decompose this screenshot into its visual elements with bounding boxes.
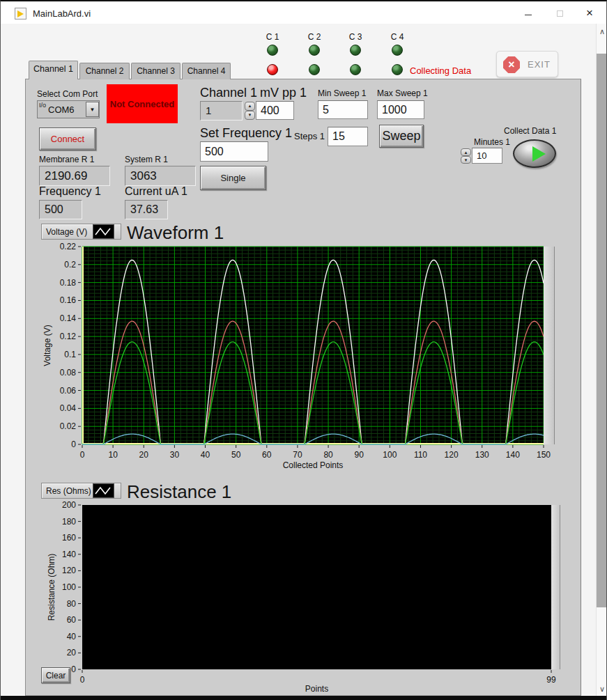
y-tick-label: 0 — [71, 440, 76, 449]
minimize-icon — [525, 15, 532, 15]
x-tick-label: 140 — [506, 450, 520, 460]
stop-sign-icon: × — [503, 56, 520, 73]
mvpp-input[interactable] — [256, 101, 294, 120]
y-tick-label: 200 — [62, 500, 76, 510]
x-tick-label: 90 — [355, 450, 364, 460]
y-tick-label: 0.22 — [60, 242, 77, 251]
close-button[interactable]: × — [578, 4, 601, 22]
play-arrow-icon — [532, 146, 546, 162]
resistance-legend-sample-icon[interactable] — [93, 483, 114, 498]
scrollbar-thumb[interactable] — [597, 54, 607, 607]
x-tick-label: 99 — [546, 675, 556, 685]
channel-number-indicator: 1 — [200, 101, 243, 120]
led-row1-dark-green — [309, 45, 320, 56]
y-tick-label: 120 — [62, 566, 76, 575]
com-port-value: COM6 — [48, 104, 75, 115]
y-tick-label: 180 — [62, 517, 76, 527]
minimize-button[interactable] — [516, 4, 540, 22]
y-tick-label: 0 — [71, 664, 76, 674]
max-sweep-input[interactable] — [377, 100, 424, 119]
single-button[interactable]: Single — [200, 166, 266, 190]
collecting-data-label: Collecting Data — [410, 65, 471, 76]
y-tick-label: 160 — [62, 533, 76, 543]
connection-status-text: Not Connected — [110, 99, 174, 109]
x-axis-title: Points — [305, 684, 328, 694]
scroll-down-icon[interactable]: ∨ — [598, 685, 606, 693]
membrane-r-label: Membrane R 1 — [39, 155, 94, 164]
sweep-button[interactable]: Sweep — [379, 125, 424, 148]
title-bar: MainLabArd.vi × — [1, 3, 606, 24]
y-tick-label: 0.2 — [64, 260, 76, 270]
steps-input[interactable] — [328, 127, 368, 146]
y-tick-label: 0.16 — [60, 295, 77, 305]
x-tick-label: 60 — [262, 450, 272, 460]
led-row2-red — [267, 64, 278, 75]
set-frequency-label: Set Frequency 1 — [200, 126, 292, 141]
spinner-down-icon[interactable]: ▼ — [461, 156, 471, 164]
y-tick-label: 0.1 — [64, 350, 76, 359]
clear-button[interactable]: Clear — [41, 667, 70, 683]
collect-data-label: Collect Data 1 — [504, 126, 556, 136]
led-row1-dark-green — [392, 45, 403, 56]
minutes-spinner[interactable]: ▲ ▼ — [461, 148, 471, 164]
minutes-input[interactable] — [472, 148, 502, 164]
window-title: MainLabArd.vi — [33, 8, 91, 19]
spinner-up-icon[interactable]: ▲ — [245, 102, 255, 111]
connection-status-indicator: Not Connected — [107, 84, 178, 123]
min-sweep-input[interactable] — [318, 100, 368, 119]
y-tick-label: 0.08 — [60, 368, 77, 378]
exit-button[interactable]: × EXIT — [496, 51, 558, 77]
y-axis-title: Voltage (V) — [43, 325, 52, 366]
y-tick-label: 40 — [67, 632, 77, 641]
waveform-graph-title: Waveform 1 — [127, 222, 224, 244]
tab-channel-2[interactable]: Channel 2 — [79, 63, 130, 79]
current-ua-label: Current uA 1 — [125, 185, 187, 198]
com-port-dropdown[interactable]: I/o COM6 ▼ — [37, 100, 100, 118]
x-tick-label: 0 — [80, 450, 85, 460]
resistance-legend-label: Res (Ohms) — [46, 486, 91, 496]
plot-area — [82, 247, 544, 444]
y-tick-label: 0.06 — [60, 386, 77, 396]
x-tick-label: 20 — [139, 450, 149, 460]
y-tick-label: 0.12 — [60, 332, 77, 341]
waveform-graph[interactable]: 00.020.040.060.080.10.120.140.160.180.20… — [39, 242, 558, 475]
spinner-up-icon[interactable]: ▲ — [461, 148, 471, 156]
collect-data-button[interactable] — [513, 139, 556, 168]
resistance-graph[interactable]: 020406080100120140160180200099Resistance… — [39, 499, 558, 700]
spinner-down-icon[interactable]: ▼ — [245, 111, 255, 120]
channel-led-label: C 4 — [385, 32, 410, 42]
x-tick-label: 70 — [293, 450, 302, 460]
channel-label: Channel 1 — [200, 86, 257, 100]
tab-channel-4[interactable]: Channel 4 — [182, 63, 231, 79]
x-tick-label: 10 — [108, 450, 118, 460]
y-tick-label: 0.14 — [60, 313, 77, 323]
connect-button[interactable]: Connect — [39, 127, 96, 150]
y-tick-label: 0.02 — [60, 421, 77, 431]
frequency-value: 500 — [39, 200, 82, 219]
exit-button-label: EXIT — [528, 59, 551, 70]
run-arrow-icon — [17, 10, 24, 17]
plot-area — [82, 505, 551, 669]
x-tick-label: 150 — [537, 450, 551, 460]
led-row1-dark-green — [350, 45, 361, 56]
channel-led-label: C 2 — [302, 32, 327, 42]
set-frequency-input[interactable] — [200, 141, 268, 162]
min-sweep-label: Min Sweep 1 — [318, 88, 366, 98]
y-axis-title: Resistance (Ohm) — [47, 554, 56, 621]
maximize-button[interactable] — [548, 4, 571, 22]
y-tick-label: 0.18 — [60, 278, 77, 288]
y-tick-label: 140 — [62, 550, 76, 559]
waveform-plot-right-frame — [544, 247, 555, 444]
waveform-legend-sample-icon[interactable] — [93, 224, 114, 239]
led-row2-dark-green — [392, 64, 403, 75]
tab-channel-3[interactable]: Channel 3 — [131, 63, 180, 79]
x-tick-label: 110 — [414, 450, 427, 460]
dropdown-arrow-icon[interactable]: ▼ — [86, 102, 99, 117]
x-tick-label: 80 — [323, 450, 333, 460]
minutes-label: Minutes 1 — [474, 137, 510, 147]
scroll-up-icon[interactable]: ∧ — [598, 27, 606, 36]
channel-led-label: C 3 — [343, 32, 368, 42]
mvpp-spinner[interactable]: ▲ ▼ — [245, 102, 255, 120]
tab-channel-1[interactable]: Channel 1 — [29, 61, 78, 79]
x-tick-label: 30 — [170, 450, 180, 460]
